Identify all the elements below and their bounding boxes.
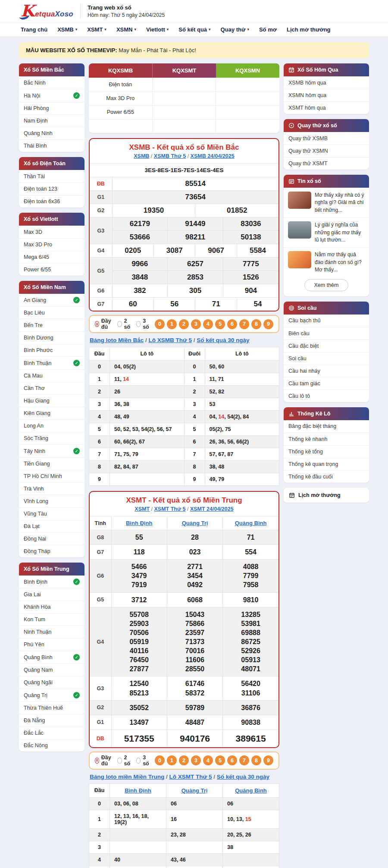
sidebar-item[interactable]: Thái Bình (19, 139, 84, 152)
nav-item-5[interactable]: Vietlott▾ (146, 26, 169, 33)
sidebar-item[interactable]: Sóc Trăng (19, 432, 84, 444)
digit-button-0[interactable]: 0 (155, 319, 165, 329)
filter-option[interactable]: Đầy đủ (95, 755, 113, 767)
sidebar-item[interactable]: Điện toán 6x36 (19, 195, 84, 208)
radio-button[interactable] (95, 321, 99, 327)
loto-nav-link[interactable]: Sổ kết quả 30 ngày (197, 337, 249, 343)
sidebar-item[interactable]: Cần Thơ (19, 382, 84, 394)
digit-button-6[interactable]: 6 (227, 755, 237, 765)
sidebar-item[interactable]: Quảng Nam (19, 664, 84, 676)
sidebar-item[interactable]: Hậu Giang (19, 394, 84, 407)
sidebar-item[interactable]: Bình Dương (19, 331, 84, 344)
sidebar-item[interactable]: Cầu bạch thủ (284, 314, 369, 327)
filter-option[interactable]: Đầy đủ (95, 318, 113, 330)
sidebar-item[interactable]: Quay thử XSMT (284, 157, 369, 170)
sidebar-item[interactable]: XSMB hôm qua (284, 76, 369, 89)
digit-button-3[interactable]: 3 (191, 755, 201, 765)
digit-button-9[interactable]: 9 (263, 755, 273, 765)
sidebar-item[interactable]: XSMT hôm qua (284, 101, 369, 114)
loto-nav-link[interactable]: Bảng loto miền Miền Trung (90, 774, 164, 780)
breadcrumb-link[interactable]: XSMT Thứ 5 (154, 506, 186, 512)
radio-button[interactable] (117, 758, 122, 764)
digit-button-4[interactable]: 4 (203, 319, 213, 329)
digit-button-0[interactable]: 0 (155, 755, 165, 765)
digit-button-1[interactable]: 1 (167, 319, 177, 329)
sidebar-item[interactable]: Đồng Tháp (19, 545, 84, 557)
loto-nav-link[interactable]: Sổ kết quả 30 ngày (217, 774, 269, 780)
sidebar-item[interactable]: Cầu đặc biệt (284, 340, 369, 352)
breadcrumb-link[interactable]: XSMT 24/04/2025 (190, 506, 234, 512)
sidebar-item[interactable]: Đắc Nông (19, 739, 84, 752)
filter-option[interactable]: 2 số (117, 755, 132, 767)
province-link[interactable]: Quảng Bình (235, 520, 267, 526)
sidebar-item[interactable]: Cầu tam giác (284, 377, 369, 390)
sidebar-item[interactable]: Bình Phước (19, 344, 84, 356)
digit-button-7[interactable]: 7 (239, 319, 249, 329)
breadcrumb-link[interactable]: XSMB (134, 153, 149, 159)
sidebar-item[interactable]: Biên cầu (284, 327, 369, 340)
sidebar-item[interactable]: Đắc Lắc (19, 726, 84, 739)
digit-button-9[interactable]: 9 (263, 319, 273, 329)
breadcrumb-link[interactable]: XSMB Thứ 5 (154, 153, 186, 159)
sidebar-item[interactable]: XSMN hôm qua (284, 89, 369, 101)
sidebar-item[interactable]: Tây Ninh✓ (19, 444, 84, 457)
quick-row-label[interactable]: Power 6/55 (89, 106, 152, 119)
digit-button-1[interactable]: 1 (167, 755, 177, 765)
sidebar-item[interactable]: Bến Tre (19, 319, 84, 331)
sidebar-item[interactable]: Quay thử XSMB (284, 132, 369, 145)
digit-button-2[interactable]: 2 (179, 319, 189, 329)
radio-button[interactable] (136, 321, 141, 327)
sidebar-item[interactable]: Quảng Bình✓ (19, 651, 84, 664)
digit-button-5[interactable]: 5 (215, 319, 225, 329)
sidebar-item[interactable]: Vũng Tàu (19, 507, 84, 520)
sidebar-item[interactable]: Mega 6/45 (19, 251, 84, 263)
radio-button[interactable] (117, 321, 122, 327)
news-item[interactable]: Mơ thấy xây nhà có ý nghĩa gì? Giải mã c… (284, 188, 369, 217)
sidebar-item[interactable]: Long An (19, 419, 84, 432)
sidebar-item[interactable]: Gia Lai (19, 588, 84, 601)
news-item[interactable]: Lý giải ý nghĩa của những giấc mơ thấy l… (284, 217, 369, 247)
nav-item-7[interactable]: Quay thử▾ (221, 26, 249, 33)
tab-kqxsmt[interactable]: KQXSMT (152, 63, 216, 78)
calendar-card[interactable]: Lịch mở thưởng (284, 488, 369, 503)
filter-option[interactable]: 2 số (117, 318, 132, 330)
loto-nav-link[interactable]: Lô XSMB Thứ 5 (149, 337, 192, 343)
sidebar-item[interactable]: Hải Phòng (19, 102, 84, 114)
sidebar-item[interactable]: Quảng Ninh (19, 127, 84, 139)
sidebar-item[interactable]: Kiên Giang (19, 407, 84, 419)
sidebar-item[interactable]: Đồng Nai (19, 532, 84, 545)
sidebar-item[interactable]: Tiền Giang (19, 457, 84, 470)
digit-button-2[interactable]: 2 (179, 755, 189, 765)
sidebar-item[interactable]: Đà Nẵng (19, 714, 84, 726)
radio-button[interactable] (95, 758, 99, 764)
loto-nav-link[interactable]: Lô XSMT Thứ 5 (169, 774, 212, 780)
province-link[interactable]: Bình Định (126, 520, 152, 526)
nav-item-4[interactable]: XSMN▾ (116, 26, 136, 33)
tab-kqxsmn[interactable]: KQXSMN (216, 63, 279, 78)
sidebar-item[interactable]: An Giang✓ (19, 294, 84, 306)
sidebar-item[interactable]: Bảng đặc biệt tháng (284, 420, 369, 433)
nav-item-8[interactable]: Số mơ (259, 26, 277, 33)
nav-item-3[interactable]: XSMT▾ (87, 26, 106, 33)
sidebar-item[interactable]: Kon Tum (19, 613, 84, 626)
digit-button-4[interactable]: 4 (203, 755, 213, 765)
loto-nav-link[interactable]: Bảng loto Miền Bắc (90, 337, 144, 343)
sidebar-item[interactable]: Quảng Trị✓ (19, 689, 84, 701)
sidebar-item[interactable]: Thống kê quan trọng (284, 458, 369, 470)
sidebar-item[interactable]: Quay thử XSMN (284, 145, 369, 157)
sidebar-item[interactable]: Bình Định✓ (19, 576, 84, 588)
nav-item-6[interactable]: Số kết quả▾ (178, 26, 210, 33)
sidebar-item[interactable]: Quảng Ngãi (19, 676, 84, 689)
site-logo[interactable]: K etquaXoso (21, 4, 73, 19)
sidebar-item[interactable]: Trà Vinh (19, 482, 84, 495)
tab-kqxsmb[interactable]: KQXSMB (89, 63, 152, 78)
sidebar-item[interactable]: Max 3D Pro (19, 238, 84, 251)
radio-button[interactable] (136, 758, 141, 764)
province-link[interactable]: Bình Định (125, 787, 151, 794)
sidebar-item[interactable]: Thống kê đầu cuối (284, 470, 369, 483)
sidebar-item[interactable]: Max 3D (19, 226, 84, 238)
sidebar-item[interactable]: Thống kê tổng (284, 445, 369, 458)
sidebar-item[interactable]: Nam Định (19, 114, 84, 127)
sidebar-item[interactable]: Khánh Hòa (19, 601, 84, 613)
sidebar-item[interactable]: Đà Lạt (19, 520, 84, 532)
